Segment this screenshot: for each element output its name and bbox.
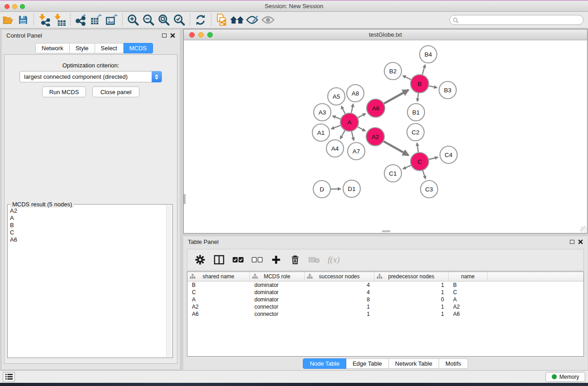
show-graphics-details-button[interactable] (245, 13, 260, 27)
select-all-button[interactable] (232, 253, 244, 267)
graph-node[interactable]: A (340, 113, 359, 131)
network-canvas[interactable]: B4B2BB3A5A8A6A3B1AA1C2A2A4A7C4CC1C3DD1 (184, 40, 587, 233)
result-list-item[interactable]: A6 (10, 236, 166, 243)
table-cell[interactable]: dominator (250, 289, 305, 295)
graph-node[interactable]: B4 (420, 46, 437, 63)
houses-button[interactable] (229, 13, 245, 27)
graph-edge[interactable] (423, 171, 425, 179)
graph-edge[interactable] (422, 65, 425, 75)
graph-node[interactable]: C1 (384, 165, 402, 182)
tab-style[interactable]: Style (70, 43, 95, 53)
split-table-button[interactable] (213, 253, 225, 267)
table-cell[interactable]: A2 (187, 304, 250, 310)
result-list-item[interactable]: B (10, 222, 166, 229)
graph-edge[interactable] (341, 106, 345, 114)
graph-edge[interactable] (333, 116, 341, 119)
result-list-item[interactable]: A (10, 214, 166, 222)
graph-node[interactable]: A7 (348, 143, 365, 160)
graph-edge[interactable] (383, 141, 408, 155)
table-cell[interactable]: 1 (305, 304, 374, 310)
close-panel-button[interactable]: Close panel (92, 86, 139, 97)
table-cell[interactable]: 1 (374, 289, 449, 295)
zoom-fit-button[interactable] (156, 13, 172, 27)
float-panel-icon[interactable] (570, 240, 574, 244)
graph-edge[interactable] (384, 90, 408, 104)
network-zoom-button[interactable] (207, 32, 213, 38)
result-list-item[interactable]: C (10, 229, 166, 236)
graph-edge[interactable] (429, 157, 438, 159)
duplicate-network-button[interactable] (214, 13, 229, 27)
result-list-item[interactable]: A2 (10, 207, 166, 214)
graph-node[interactable]: B1 (407, 104, 425, 121)
table-row[interactable]: Adominator80A (187, 296, 583, 303)
graph-edge[interactable] (352, 131, 354, 140)
table-settings-button[interactable] (194, 253, 206, 267)
graph-edge[interactable] (358, 127, 365, 131)
graph-node[interactable]: A8 (347, 85, 364, 102)
table-cell[interactable]: 4 (305, 282, 374, 288)
search-input[interactable] (449, 15, 583, 25)
table-cell[interactable]: C (449, 289, 488, 295)
graph-edge[interactable] (351, 104, 353, 113)
memory-button[interactable]: Memory (545, 372, 585, 382)
optimization-criterion-select[interactable]: largest connected component (directed) (19, 71, 162, 82)
tab-select[interactable]: Select (95, 43, 124, 53)
column-header-successor-nodes[interactable]: successor nodes (305, 272, 374, 281)
graph-node[interactable]: A6 (367, 99, 385, 117)
zoom-out-button[interactable] (141, 13, 156, 27)
zoom-window-button[interactable] (20, 4, 25, 9)
graph-node[interactable]: D1 (343, 180, 360, 197)
graph-node[interactable]: B2 (384, 62, 402, 80)
tab-node-table[interactable]: Node Table (303, 358, 346, 369)
table-cell[interactable]: A6 (187, 311, 250, 317)
task-history-button[interactable] (3, 372, 15, 382)
delete-table-button[interactable] (308, 253, 320, 267)
graph-edge[interactable] (358, 114, 366, 118)
deselect-all-button[interactable] (251, 253, 263, 267)
table-row[interactable]: A6connector11A6 (187, 310, 583, 318)
table-cell[interactable]: 1 (374, 304, 449, 310)
table-cell[interactable]: A (449, 296, 488, 303)
table-cell[interactable]: A2 (449, 304, 488, 310)
graph-edge[interactable] (429, 86, 437, 88)
tab-network[interactable]: Network (35, 43, 70, 53)
graph-edge[interactable] (417, 143, 418, 152)
table-row[interactable]: A2connector11A2 (187, 303, 583, 310)
table-cell[interactable]: B (187, 282, 250, 288)
export-image-button[interactable] (104, 13, 120, 27)
graph-edge[interactable] (403, 76, 411, 80)
mcds-result-list[interactable]: A2ABCA6 (8, 206, 166, 357)
column-header-shared-name[interactable]: shared name (187, 272, 250, 281)
table-cell[interactable]: A (187, 296, 250, 303)
table-cell[interactable]: 1 (374, 311, 449, 317)
table-cell[interactable]: 1 (374, 282, 449, 288)
import-network-button[interactable] (37, 13, 52, 27)
tab-edge-table[interactable]: Edge Table (346, 358, 389, 369)
graph-node[interactable]: B3 (439, 81, 456, 99)
table-cell[interactable]: C (187, 289, 250, 295)
add-column-button[interactable] (270, 253, 282, 267)
table-row[interactable]: Bdominator41B (187, 281, 583, 289)
graph-node[interactable]: D (313, 181, 330, 198)
function-builder-button[interactable]: f(x) (328, 255, 339, 265)
table-cell[interactable]: 4 (305, 289, 374, 295)
result-scrollbar[interactable] (166, 205, 172, 357)
network-vscroll-thumb[interactable] (184, 194, 186, 204)
graph-node[interactable]: A3 (314, 104, 331, 121)
table-cell[interactable]: connector (250, 304, 305, 310)
network-close-button[interactable] (189, 32, 195, 38)
table-cell[interactable]: 8 (305, 296, 374, 303)
graph-node[interactable]: B (411, 75, 429, 93)
table-cell[interactable]: dominator (250, 282, 305, 288)
graph-node[interactable]: A2 (366, 128, 384, 146)
tab-network-table[interactable]: Network Table (389, 358, 439, 369)
zoom-in-button[interactable] (125, 13, 141, 27)
graph-node[interactable]: A5 (328, 88, 345, 105)
column-header-name[interactable]: name (449, 272, 488, 281)
table-cell[interactable]: A6 (449, 311, 488, 317)
graph-node[interactable]: C3 (421, 181, 438, 198)
zoom-selected-button[interactable] (172, 13, 187, 27)
close-window-button[interactable] (5, 4, 10, 9)
export-network-button[interactable] (73, 13, 89, 27)
refresh-view-button[interactable] (193, 13, 208, 27)
